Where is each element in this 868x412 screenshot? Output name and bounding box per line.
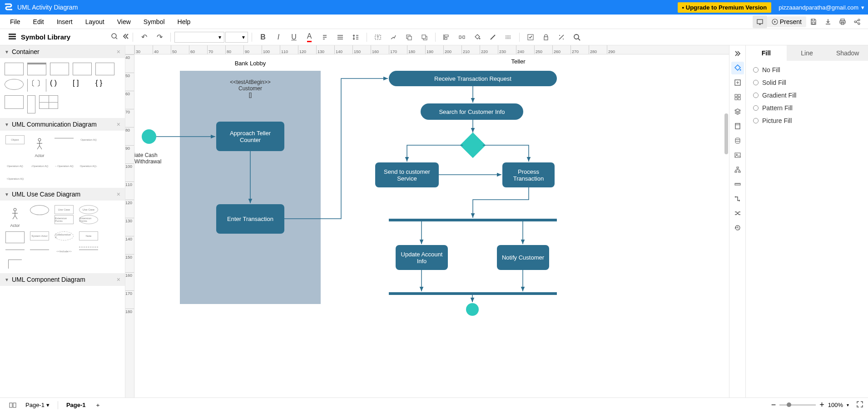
expand-panel-icon[interactable] <box>731 47 744 60</box>
close-icon[interactable]: × <box>117 276 120 283</box>
align-button[interactable] <box>333 31 347 44</box>
fill-option-pattern[interactable]: Pattern Fill <box>753 104 861 112</box>
canvas-area[interactable]: 3040506070809010011012013014015016017018… <box>125 45 729 397</box>
stencil-association[interactable] <box>5 247 25 252</box>
image-icon[interactable] <box>731 149 744 162</box>
user-menu[interactable]: pizzaaandparatha@gmail.com ▾ <box>779 4 864 11</box>
stencil-rect[interactable] <box>50 63 69 75</box>
sync-bar-2[interactable] <box>389 292 557 295</box>
fill-color-button[interactable] <box>470 31 485 44</box>
stencil-thin-rect[interactable] <box>5 95 24 109</box>
shape-front-button[interactable] <box>402 31 416 44</box>
menu-symbol[interactable]: Symbol <box>137 15 171 28</box>
stencil-system-boundary[interactable] <box>5 231 25 243</box>
zoom-in-button[interactable]: + <box>819 400 824 410</box>
page-tab[interactable]: Page-1 <box>62 400 90 410</box>
zoom-level[interactable]: 100% <box>828 402 843 408</box>
stencil-bracket[interactable]: 〔 〕 <box>27 79 46 92</box>
stencil-rect[interactable] <box>73 63 92 75</box>
stencil-column[interactable] <box>27 95 35 113</box>
fill-option-solid[interactable]: Solid Fill <box>753 79 861 86</box>
stencil-collaboration[interactable]: Collaboration X <box>55 231 74 240</box>
text-box-button[interactable]: T <box>371 31 385 44</box>
menu-insert[interactable]: Insert <box>50 15 79 28</box>
stencil-usecase[interactable]: Use Case <box>55 205 74 214</box>
stencil-actor[interactable] <box>5 205 25 223</box>
stencil-rect[interactable] <box>95 63 114 75</box>
stencil-usecase-ellipse[interactable] <box>30 205 49 215</box>
stencil-ellipse[interactable] <box>5 79 24 90</box>
font-size-dropdown[interactable]: ▾ <box>225 32 248 43</box>
fill-tool-icon[interactable] <box>731 62 744 74</box>
end-node-partial[interactable] <box>466 303 479 316</box>
search-canvas-button[interactable] <box>570 31 584 44</box>
node-approach-teller[interactable]: Approach Teller Counter <box>216 122 284 151</box>
tools-button[interactable] <box>554 31 569 44</box>
zoom-out-button[interactable]: − <box>771 400 776 410</box>
stencil-bracket[interactable]: [ ] <box>73 79 92 92</box>
stencil-include[interactable]: <<Include>> <box>55 247 74 256</box>
download-button[interactable] <box>821 15 835 28</box>
ruler-tool-icon[interactable] <box>731 178 744 191</box>
stencil-operation[interactable]: Operation A() <box>5 162 25 171</box>
node-update-account[interactable]: Update Account Info <box>396 245 448 270</box>
stencil-object[interactable]: Object <box>5 135 25 144</box>
close-icon[interactable]: × <box>117 191 120 198</box>
stencil-corner[interactable] <box>8 260 22 269</box>
stencil-operation[interactable]: ↓ Operation A() <box>30 162 49 171</box>
line-color-button[interactable] <box>486 31 500 44</box>
text-highlight-button[interactable] <box>317 31 332 44</box>
node-enter-transaction[interactable]: Enter Transaction <box>216 204 284 234</box>
history-icon[interactable] <box>731 221 744 234</box>
fill-option-gradient[interactable]: Gradient Fill <box>753 92 861 99</box>
line-style-button[interactable] <box>501 31 516 44</box>
search-library-icon[interactable] <box>111 33 118 42</box>
menu-help[interactable]: Help <box>171 15 197 28</box>
category-header-component[interactable]: ▼ UML Component Diagram × <box>0 273 125 286</box>
category-header-container[interactable]: ▼ Container × <box>0 45 125 58</box>
stencil-note[interactable]: Note <box>79 231 98 240</box>
canvas-scrollbar[interactable] <box>724 113 728 154</box>
collapse-sidebar-icon[interactable] <box>123 33 129 41</box>
shape-back-button[interactable] <box>417 31 432 44</box>
save-button[interactable] <box>806 15 821 28</box>
connector-button[interactable] <box>386 31 401 44</box>
stencil-line[interactable] <box>55 135 74 141</box>
fill-option-nofill[interactable]: No Fill <box>753 66 861 74</box>
undo-button[interactable]: ↶ <box>137 31 151 44</box>
add-page-button[interactable]: ＋ <box>90 399 105 411</box>
category-header-communication[interactable]: ▼ UML Communication Diagram × <box>0 118 125 131</box>
category-header-usecase[interactable]: ▼ UML Use Case Diagram × <box>0 188 125 201</box>
document-title[interactable]: UML Activity Diagram <box>17 4 78 11</box>
tab-line[interactable]: Line <box>787 45 828 61</box>
menu-file[interactable]: File <box>4 15 27 28</box>
italic-button[interactable]: I <box>271 31 286 44</box>
stencil-operation[interactable]: Operation A() <box>79 135 98 144</box>
grid-tool-icon[interactable] <box>731 91 744 103</box>
align-objects-button[interactable] <box>439 31 454 44</box>
font-color-button[interactable]: A <box>302 31 317 44</box>
line-spacing-button[interactable] <box>348 31 363 44</box>
menu-layout[interactable]: Layout <box>79 15 111 28</box>
upgrade-button[interactable]: • Upgrade to Premium Version <box>678 2 772 13</box>
stencil-usecase-oval[interactable]: Use Case <box>79 205 98 214</box>
stencil-bracket[interactable]: { } <box>95 79 114 92</box>
shape-tool-icon[interactable] <box>731 76 744 89</box>
stencil-dependency[interactable] <box>79 247 98 252</box>
close-icon[interactable]: × <box>117 48 120 55</box>
slideshow-button[interactable] <box>753 15 767 28</box>
checkbox-tool-button[interactable] <box>523 31 538 44</box>
stencil-bracket[interactable]: ( ) <box>50 79 69 92</box>
present-button[interactable]: Present <box>767 16 806 27</box>
page-setup-icon[interactable] <box>731 120 744 132</box>
page-selector[interactable]: Page-1 ▾ <box>21 400 54 410</box>
sync-bar[interactable] <box>389 219 557 221</box>
menu-edit[interactable]: Edit <box>27 15 50 28</box>
fullscreen-icon[interactable] <box>856 401 863 409</box>
node-receive-request[interactable]: Receive Transaction Request <box>389 71 557 86</box>
hierarchy-icon[interactable] <box>731 163 744 176</box>
close-icon[interactable]: × <box>117 121 120 128</box>
shuffle-icon[interactable] <box>731 207 744 220</box>
stencil-actor[interactable] <box>30 135 49 153</box>
node-search-customer[interactable]: Search for Customer Info <box>421 103 523 120</box>
